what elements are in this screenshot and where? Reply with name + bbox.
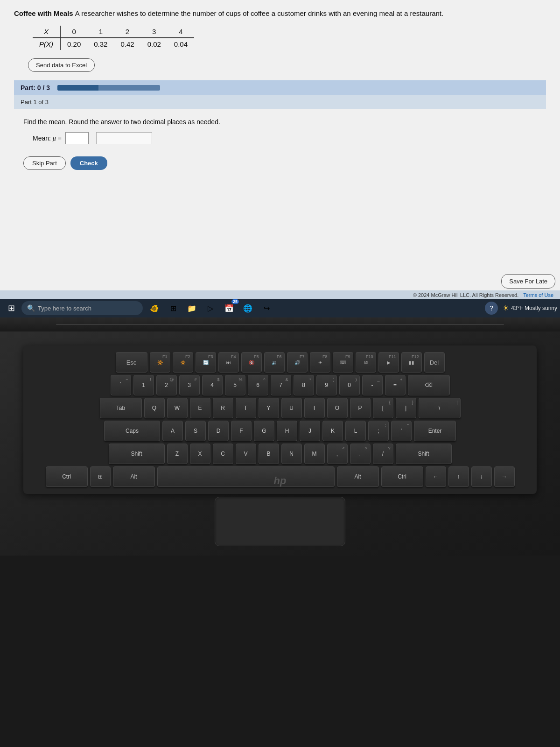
key-capslock[interactable]: Caps [104, 421, 160, 441]
key-lalt[interactable]: Alt [113, 466, 155, 487]
key-del[interactable]: Del [424, 352, 445, 373]
key-backspace[interactable]: ⌫ [408, 375, 450, 395]
key-f9[interactable]: F9⌨ [333, 352, 353, 373]
key-c[interactable]: C [213, 444, 233, 464]
key-comma[interactable]: <, [327, 444, 348, 464]
key-8[interactable]: *8 [294, 375, 314, 395]
taskbar-search-bar[interactable]: 🔍 Type here to search [21, 301, 143, 315]
key-d[interactable]: D [208, 421, 229, 441]
key-quote[interactable]: "' [391, 421, 412, 441]
key-f11[interactable]: F11▶ [378, 352, 399, 373]
key-3[interactable]: #3 [179, 375, 200, 395]
key-semicolon[interactable]: :; [368, 421, 389, 441]
send-data-button[interactable]: Send data to Excel [28, 58, 95, 72]
key-f8[interactable]: F8✈ [310, 352, 330, 373]
terms-link[interactable]: Terms of Use [523, 292, 553, 298]
key-l[interactable]: L [345, 421, 366, 441]
key-2[interactable]: @2 [156, 375, 177, 395]
key-9[interactable]: (9 [316, 375, 337, 395]
key-o[interactable]: O [327, 398, 348, 418]
key-f2[interactable]: F2🔅 [173, 352, 193, 373]
key-lbracket[interactable]: {[ [373, 398, 393, 418]
key-rctrl[interactable]: Ctrl [381, 466, 423, 487]
key-enter[interactable]: Enter [414, 421, 456, 441]
key-t[interactable]: T [236, 398, 256, 418]
taskbar-grid-icon[interactable]: ⊞ [165, 301, 181, 315]
key-period[interactable]: >. [350, 444, 371, 464]
key-z[interactable]: Z [167, 444, 188, 464]
help-button[interactable]: ? [485, 302, 498, 315]
key-f1[interactable]: F1🔆 [150, 352, 170, 373]
key-q[interactable]: Q [144, 398, 165, 418]
key-tab[interactable]: Tab [100, 398, 142, 418]
key-e[interactable]: E [190, 398, 210, 418]
key-h[interactable]: H [277, 421, 297, 441]
key-f4[interactable]: F4⏭ [218, 352, 239, 373]
key-b[interactable]: B [259, 444, 279, 464]
key-5[interactable]: %5 [225, 375, 245, 395]
check-button[interactable]: Check [70, 156, 107, 170]
key-n[interactable]: N [281, 444, 302, 464]
mean-input[interactable] [65, 132, 89, 144]
key-rbracket[interactable]: }] [396, 398, 416, 418]
key-0[interactable]: )0 [339, 375, 360, 395]
key-minus[interactable]: _- [362, 375, 383, 395]
key-f10[interactable]: F10🖥 [356, 352, 376, 373]
key-esc[interactable]: Esc [116, 352, 147, 373]
key-m[interactable]: M [304, 444, 325, 464]
table-col-0: 0 [60, 26, 87, 38]
key-y[interactable]: Y [259, 398, 279, 418]
key-a[interactable]: A [162, 421, 183, 441]
key-4[interactable]: $4 [202, 375, 223, 395]
key-up[interactable]: ↑ [448, 466, 469, 487]
key-left[interactable]: ← [426, 466, 446, 487]
key-lshift[interactable]: Shift [109, 444, 165, 464]
key-right[interactable]: → [494, 466, 515, 487]
taskbar-fish-icon[interactable]: 🐠 [147, 301, 162, 315]
key-s[interactable]: S [185, 421, 206, 441]
key-w[interactable]: W [167, 398, 188, 418]
key-slash[interactable]: ?/ [373, 444, 393, 464]
taskbar-arrow-icon[interactable]: ↪ [259, 301, 274, 315]
key-g[interactable]: G [254, 421, 274, 441]
key-k[interactable]: K [322, 421, 343, 441]
key-backtick[interactable]: ~` [111, 375, 131, 395]
key-equals[interactable]: += [385, 375, 406, 395]
key-f12[interactable]: F12▮▮ [401, 352, 422, 373]
key-f[interactable]: F [231, 421, 252, 441]
key-ralt[interactable]: Alt [337, 466, 379, 487]
key-lctrl[interactable]: Ctrl [46, 466, 88, 487]
probability-table: X 0 1 2 3 4 P(X) 0.20 0.32 0.42 0.02 0.0… [33, 26, 194, 50]
keyboard-area: Esc F1🔆 F2🔅 F3🔄 F4⏭ F5🔇 F6🔉 F7🔊 F8✈ F9⌨ … [0, 331, 560, 556]
key-f5[interactable]: F5🔇 [241, 352, 262, 373]
key-x[interactable]: X [190, 444, 210, 464]
start-button[interactable]: ⊞ [3, 301, 20, 316]
taskbar-browser-icon[interactable]: 🌐 [240, 301, 256, 315]
key-win[interactable]: ⊞ [90, 466, 111, 487]
key-u[interactable]: U [281, 398, 302, 418]
key-f7[interactable]: F7🔊 [287, 352, 308, 373]
key-space[interactable] [157, 466, 335, 487]
search-placeholder-text: Type here to search [38, 305, 91, 312]
taskbar-folder-icon[interactable]: 📁 [184, 301, 200, 315]
table-col-2: 2 [114, 26, 140, 38]
key-v[interactable]: V [236, 444, 256, 464]
key-6[interactable]: ^6 [248, 375, 268, 395]
taskbar-right: ? ☀ 43°F Mostly sunny [485, 302, 557, 315]
key-down[interactable]: ↓ [471, 466, 492, 487]
key-1[interactable]: !1 [133, 375, 154, 395]
key-j[interactable]: J [300, 421, 320, 441]
key-7[interactable]: &7 [271, 375, 291, 395]
key-f3[interactable]: F3🔄 [196, 352, 216, 373]
key-backslash[interactable]: |\ [419, 398, 461, 418]
part-subheader: Part 1 of 3 [14, 95, 546, 109]
touchpad[interactable] [215, 497, 345, 546]
key-r[interactable]: R [213, 398, 233, 418]
key-rshift[interactable]: Shift [396, 444, 452, 464]
key-i[interactable]: I [304, 398, 325, 418]
key-f6[interactable]: F6🔉 [264, 352, 285, 373]
key-p[interactable]: P [350, 398, 371, 418]
taskbar-play-icon[interactable]: ▷ [203, 301, 218, 315]
save-for-late-button[interactable]: Save For Late [501, 274, 555, 289]
skip-part-button[interactable]: Skip Part [23, 156, 66, 170]
